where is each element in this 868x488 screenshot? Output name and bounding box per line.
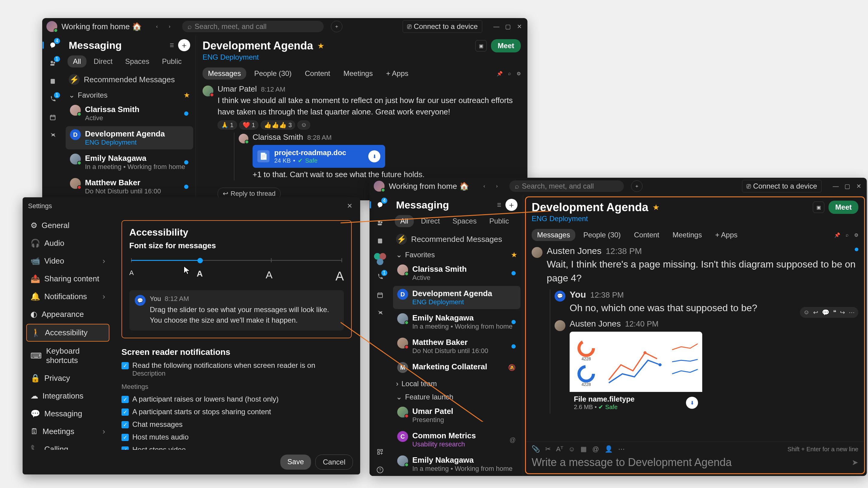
emoji-icon[interactable]: ☺ [568, 445, 575, 453]
slider-thumb[interactable] [197, 258, 203, 263]
conv-marketing[interactable]: M Marketing Collateral 🔕 [393, 359, 521, 376]
conv-development-agenda[interactable]: D Development AgendaENG Deployment [393, 286, 521, 309]
meet-button[interactable]: Meet [829, 201, 858, 214]
thread-icon[interactable]: 💬 [822, 309, 830, 316]
nav-notifications[interactable]: 🔔Notifications› [26, 288, 110, 305]
download-icon[interactable]: ⬇ [368, 150, 380, 162]
pin-icon[interactable]: 📌 [497, 71, 503, 76]
nav-privacy[interactable]: 🔒Privacy [26, 370, 110, 387]
search-in-space-icon[interactable]: ⌕ [846, 232, 849, 238]
tab-direct[interactable]: Direct [415, 215, 445, 227]
composer-input[interactable]: Write a message to Development Agenda ➤ [532, 456, 858, 469]
nav-accessibility[interactable]: 🚶Accessibility [26, 324, 110, 341]
reply-icon[interactable]: ↩ [813, 309, 818, 316]
tab-messages[interactable]: Messages [203, 67, 246, 79]
pin-icon[interactable]: 📌 [834, 232, 840, 238]
conv-clarissa[interactable]: Clarissa SmithActive [66, 102, 193, 125]
search-input[interactable]: ⌕ Search, meet, and call [182, 21, 324, 32]
space-team-link[interactable]: ENG Deployment [532, 215, 858, 223]
window-minimize-icon[interactable]: — [493, 23, 500, 30]
tab-content[interactable]: Content [628, 229, 664, 241]
conv-emily2[interactable]: Emily NakagawaIn a meeting • Working fro… [393, 452, 521, 476]
rail-calendar-icon[interactable] [374, 289, 386, 301]
conv-clarissa[interactable]: Clarissa SmithActive [393, 261, 521, 285]
compose-button[interactable]: ＋ [505, 199, 518, 211]
nav-forward-icon[interactable]: › [492, 181, 502, 191]
reaction[interactable]: ❤️ 1 [239, 121, 258, 130]
presence-status-text[interactable]: Working from home 🏠 [389, 182, 469, 191]
checkbox-row[interactable]: ✓A participant starts or stops sharing c… [121, 408, 352, 416]
tab-spaces[interactable]: Spaces [447, 215, 482, 227]
settings-gear-icon[interactable]: ⚙ [517, 71, 521, 76]
rail-hub-icon[interactable] [374, 253, 386, 265]
connect-device-button[interactable]: ⎚ Connect to a device [403, 20, 482, 33]
rail-calls-icon[interactable]: 1 [47, 93, 59, 105]
tab-direct[interactable]: Direct [88, 56, 118, 67]
rail-calendar-icon[interactable] [47, 111, 59, 124]
conv-matthew[interactable]: Matthew BakerDo Not Disturb until 16:00 [393, 335, 521, 358]
favorite-star-icon[interactable]: ★ [317, 41, 324, 51]
checkbox-row[interactable]: ✓Read the following notifications when s… [121, 361, 352, 378]
forward-icon[interactable]: ↪ [840, 309, 845, 316]
cancel-button[interactable]: Cancel [315, 455, 353, 469]
conv-development-agenda[interactable]: D Development AgendaENG Deployment [66, 126, 193, 150]
filter-icon[interactable]: ☰ [170, 42, 174, 48]
more-tools-icon[interactable]: ⋯ [618, 445, 625, 453]
recommended-messages[interactable]: ⚡ Recommended Messages [391, 231, 523, 248]
nav-forward-icon[interactable]: › [164, 22, 175, 32]
window-maximize-icon[interactable]: ▢ [843, 182, 851, 190]
nav-sharing[interactable]: 📤Sharing content [26, 270, 110, 287]
panel-icon[interactable]: ▣ [813, 201, 824, 213]
format-icon[interactable]: Aᵀ [556, 445, 563, 453]
tab-public[interactable]: Public [484, 215, 514, 227]
tab-public[interactable]: Public [156, 56, 187, 67]
nav-keyboard[interactable]: ⌨Keyboard shortcuts [26, 343, 110, 369]
nav-video[interactable]: 📹Video› [26, 253, 110, 269]
reaction[interactable]: 🙏 1 [218, 121, 237, 130]
attach-icon[interactable]: 📎 [532, 445, 540, 453]
file-attachment[interactable]: 📄 project-roadmap.doc 24 KB•✔Safe ⬇ [253, 145, 385, 168]
tab-apps[interactable]: + Apps [381, 67, 414, 79]
meet-button[interactable]: Meet [491, 39, 521, 53]
rail-chat-icon[interactable]: 4 [47, 39, 59, 51]
nav-messaging[interactable]: 💬Messaging [26, 405, 110, 422]
reaction[interactable]: 👍👍👍 3 [261, 121, 295, 130]
nav-audio[interactable]: 🎧Audio [26, 235, 110, 252]
feature-launch-header[interactable]: ⌄ Feature launch [391, 390, 523, 403]
add-button[interactable]: ＋ [631, 181, 643, 192]
close-icon[interactable]: ✕ [344, 201, 355, 211]
tab-all[interactable]: All [67, 56, 87, 67]
rail-more-icon[interactable] [374, 307, 386, 319]
settings-gear-icon[interactable]: ⚙ [854, 232, 858, 238]
save-button[interactable]: Save [280, 455, 311, 469]
mention-icon[interactable]: @ [592, 445, 599, 453]
nav-back-icon[interactable]: ‹ [479, 181, 490, 191]
local-team-header[interactable]: › Local team [391, 377, 523, 390]
compose-button[interactable]: ＋ [178, 39, 190, 51]
search-in-space-icon[interactable]: ⌕ [508, 71, 511, 76]
nav-back-icon[interactable]: ‹ [152, 22, 162, 32]
font-size-slider[interactable] [129, 257, 344, 269]
message-list[interactable]: Austen Jones12:38 PM Wait, I think there… [525, 244, 865, 441]
tab-all[interactable]: All [395, 215, 414, 227]
window-minimize-icon[interactable]: — [832, 182, 840, 190]
add-reaction-icon[interactable]: ☺ [298, 121, 310, 130]
nav-calling[interactable]: 📞Calling [26, 441, 110, 450]
rail-teams-icon[interactable] [374, 217, 386, 229]
image-attachment[interactable]: 4228 4228 [569, 332, 702, 414]
conv-emily[interactable]: Emily NakagawaIn a meeting • Working fro… [66, 151, 193, 174]
screenshot-icon[interactable]: ✂ [545, 445, 551, 453]
recommended-messages[interactable]: ⚡ Recommended Messages [63, 71, 195, 88]
checkbox-row[interactable]: ✓Host mutes audio [121, 433, 352, 441]
space-team-link[interactable]: ENG Deployment [203, 53, 521, 61]
tab-meetings[interactable]: Meetings [667, 229, 707, 241]
panel-icon[interactable]: ▣ [475, 40, 487, 52]
checkbox-row[interactable]: ✓Chat messages [121, 420, 352, 429]
rail-calls-icon[interactable]: 1 [374, 271, 386, 283]
favorite-star-icon[interactable]: ★ [652, 203, 659, 212]
avatar-self[interactable] [374, 181, 384, 192]
tab-spaces[interactable]: Spaces [120, 56, 155, 67]
rail-more-icon[interactable] [47, 130, 59, 141]
add-button[interactable]: ＋ [331, 21, 342, 32]
search-input[interactable]: ⌕ Search, meet, and call [509, 181, 624, 192]
